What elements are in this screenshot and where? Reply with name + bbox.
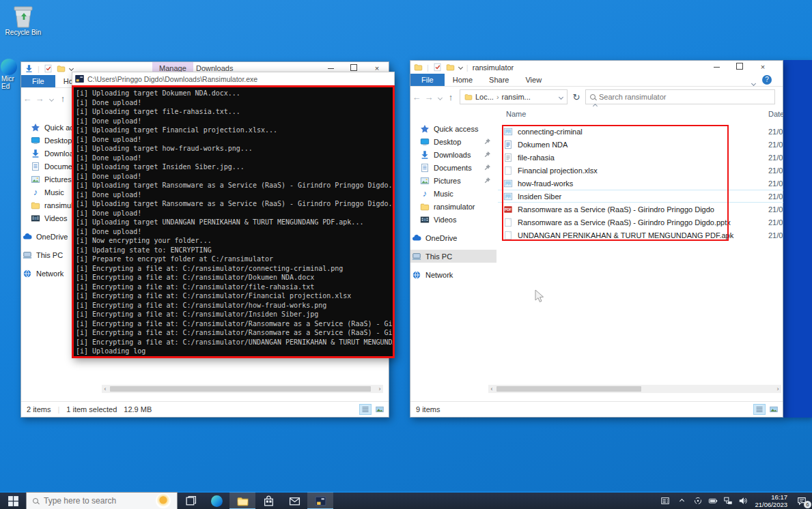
weather-sun-icon[interactable] <box>156 493 171 508</box>
sidebar-item-label: ransimulator <box>434 203 475 211</box>
start-button[interactable] <box>0 492 26 509</box>
sidebar-item-music[interactable]: ♪Music <box>410 187 496 200</box>
taskbar-file-explorer-icon[interactable] <box>229 492 255 509</box>
taskbar-ransimulator-icon[interactable] <box>307 492 333 509</box>
file-row[interactable]: how-fraud-works21/0 <box>498 177 783 190</box>
tab-file[interactable]: File <box>21 75 55 87</box>
scroll-thumb[interactable] <box>496 386 641 392</box>
tray-overflow-chevron-icon[interactable] <box>673 492 690 509</box>
onedrive-icon <box>23 232 32 242</box>
forward-icon[interactable]: → <box>33 93 46 104</box>
help-icon[interactable]: ? <box>762 75 772 85</box>
address-dropdown-icon[interactable] <box>559 94 563 99</box>
maximize-button[interactable] <box>728 61 751 74</box>
file-row[interactable]: Dokumen NDA21/0 <box>498 138 783 151</box>
sidebar-item-pictures[interactable]: Pictures <box>410 174 496 187</box>
details-view-button[interactable] <box>359 404 372 415</box>
column-header-date[interactable]: Date <box>768 110 784 118</box>
file-row[interactable]: Financial projection.xlsx21/0 <box>498 164 783 177</box>
recycle-bin-icon <box>12 4 35 29</box>
scroll-right-icon[interactable]: › <box>774 385 781 393</box>
new-folder-icon[interactable] <box>446 63 455 72</box>
ransimulator-titlebar[interactable]: | | ransimulator × <box>410 61 783 74</box>
desktop-icon-edge-partial[interactable]: Micr Ed <box>0 59 20 97</box>
scroll-left-icon[interactable]: ‹ <box>488 385 495 393</box>
scroll-thumb[interactable] <box>110 386 371 392</box>
up-icon[interactable]: ↑ <box>57 93 69 104</box>
recent-dropdown-icon[interactable] <box>46 94 57 102</box>
tray-time: 16:17 <box>755 493 787 501</box>
sidebar-item-ransimulator[interactable]: ransimulator <box>410 200 496 213</box>
sidebar-item-quick-access[interactable]: Quick access <box>410 122 496 135</box>
tab-file[interactable]: File <box>410 74 445 86</box>
new-folder-icon[interactable] <box>57 64 66 73</box>
column-header-name[interactable]: Name <box>506 110 526 118</box>
taskbar-store-icon[interactable] <box>255 492 281 509</box>
breadcrumb-root[interactable]: Loc... <box>475 93 494 101</box>
up-icon[interactable]: ↑ <box>445 92 457 102</box>
task-view-button[interactable] <box>178 492 204 509</box>
ransimulator-sidebar: Quick accessDesktopDownloadsDocumentsPic… <box>410 122 496 281</box>
ransimulator-app-window-edge[interactable] <box>783 60 812 418</box>
back-icon[interactable]: ← <box>410 92 423 102</box>
taskbar-search[interactable] <box>26 492 178 509</box>
console-titlebar[interactable]: C:\Users\Pringgo Digdo\Downloads\Ransimu… <box>72 72 395 85</box>
properties-check-icon[interactable] <box>44 64 53 73</box>
sidebar-item-onedrive[interactable]: OneDrive <box>410 231 496 244</box>
action-center-icon[interactable]: 6 <box>792 492 812 509</box>
network-icon[interactable] <box>720 492 736 509</box>
minimize-button[interactable] <box>705 61 728 74</box>
address-bar[interactable]: Loc... › ransim... <box>460 89 568 104</box>
scroll-right-icon[interactable]: › <box>376 385 383 393</box>
ribbon-collapse-icon[interactable] <box>752 78 755 87</box>
scroll-left-icon[interactable]: ‹ <box>102 385 109 393</box>
back-icon[interactable]: ← <box>21 93 33 104</box>
console-line: [i] Done upload! <box>76 227 391 237</box>
tray-update-icon[interactable] <box>690 492 705 509</box>
image-file-icon <box>503 179 513 188</box>
ransimulator-hscrollbar[interactable]: ‹ › <box>488 385 781 393</box>
breadcrumb-leaf[interactable]: ransim... <box>502 93 531 101</box>
tab-home[interactable]: Home <box>445 74 481 86</box>
volume-icon[interactable] <box>736 492 751 509</box>
sidebar-item-label: Quick access <box>434 125 478 133</box>
search-input[interactable] <box>599 93 770 101</box>
close-button[interactable]: × <box>751 61 774 74</box>
file-row[interactable]: PDFRansomware as a Service (RaaS) - Giri… <box>498 203 783 216</box>
refresh-icon[interactable]: ↻ <box>568 92 585 102</box>
forward-icon[interactable]: → <box>423 92 435 102</box>
file-row[interactable]: file-rahasia21/0 <box>498 151 783 164</box>
news-interests-icon[interactable] <box>658 492 673 509</box>
sidebar-item-videos[interactable]: Videos <box>410 213 496 226</box>
sidebar-item-network[interactable]: Network <box>410 268 496 281</box>
tab-view[interactable]: View <box>517 74 550 86</box>
thumbnail-view-button[interactable] <box>374 404 386 415</box>
tab-share[interactable]: Share <box>481 74 517 86</box>
details-view-button[interactable] <box>753 404 766 415</box>
qat-dropdown-icon[interactable] <box>69 66 74 71</box>
file-row[interactable]: UNDANGAN PERNIKAHAN & TURUT MENGUNDANG P… <box>498 229 783 242</box>
downloads-hscrollbar[interactable]: ‹ › <box>102 385 383 393</box>
file-row[interactable]: connecting-criminal21/0 <box>498 125 783 138</box>
tray-clock[interactable]: 16:17 21/06/2023 <box>751 493 792 508</box>
file-row[interactable]: Ransomware as a Service (RaaS) - Girindr… <box>498 216 783 229</box>
battery-icon[interactable] <box>705 492 720 509</box>
taskbar-mail-icon[interactable] <box>281 492 307 509</box>
sidebar-item-desktop[interactable]: Desktop <box>410 135 496 148</box>
sidebar-item-documents[interactable]: Documents <box>410 161 496 174</box>
desktop-icon-recycle-bin[interactable]: Recycle Bin <box>4 4 42 36</box>
file-row[interactable]: Insiden Siber21/0 <box>498 190 783 203</box>
thumbnail-view-button[interactable] <box>768 404 780 415</box>
taskbar-edge-icon[interactable] <box>204 492 229 509</box>
svg-text:PDF: PDF <box>505 207 512 212</box>
generic-file-icon <box>503 218 513 227</box>
properties-check-icon[interactable] <box>433 63 442 72</box>
recent-dropdown-icon[interactable] <box>435 93 445 101</box>
sidebar-item-label: Network <box>425 271 453 279</box>
sidebar-item-downloads[interactable]: Downloads <box>410 148 496 161</box>
sidebar-item-this-pc[interactable]: This PC <box>410 250 496 263</box>
file-name: Financial projection.xlsx <box>518 166 598 175</box>
qat-dropdown-icon[interactable] <box>458 65 463 70</box>
taskbar-search-input[interactable] <box>44 496 146 506</box>
file-list: connecting-criminal21/0Dokumen NDA21/0fi… <box>498 125 783 242</box>
